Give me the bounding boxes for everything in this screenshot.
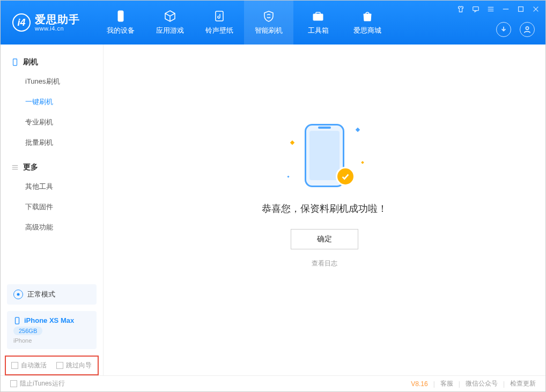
- bag-icon: [361, 10, 374, 23]
- sidebar-header-label: 更多: [23, 162, 38, 172]
- device-storage: 256GB: [13, 327, 42, 335]
- success-message: 恭喜您，保资料刷机成功啦！: [262, 202, 387, 215]
- minimize-button[interactable]: [501, 5, 510, 13]
- sidebar-header-flash: 刷机: [1, 53, 103, 71]
- sidebar-item-itunes-flash[interactable]: iTunes刷机: [1, 71, 103, 92]
- nav-label: 我的设备: [107, 26, 135, 35]
- svg-point-17: [17, 293, 20, 296]
- device-icon: [11, 58, 19, 66]
- app-logo: i4 爱思助手 www.i4.cn: [12, 13, 80, 32]
- mode-label: 正常模式: [27, 290, 55, 299]
- update-link[interactable]: 检查更新: [510, 379, 536, 388]
- sidebar-item-download-firmware[interactable]: 下载固件: [1, 197, 103, 217]
- phone-icon: [13, 317, 21, 324]
- device-type: iPhone: [13, 337, 90, 344]
- svg-rect-13: [13, 59, 17, 65]
- nav-ringtones-wallpapers[interactable]: 铃声壁纸: [195, 1, 244, 45]
- svg-rect-4: [473, 7, 479, 11]
- music-file-icon: [213, 10, 226, 23]
- nav-my-device[interactable]: 我的设备: [96, 1, 145, 45]
- mode-icon: [13, 290, 23, 299]
- user-icon[interactable]: [520, 22, 535, 37]
- nav-toolbox[interactable]: 工具箱: [293, 1, 343, 45]
- sidebar-item-onekey-flash[interactable]: 一键刷机: [1, 92, 103, 112]
- app-title: 爱思助手: [35, 13, 80, 25]
- close-button[interactable]: [532, 5, 540, 13]
- cube-icon: [164, 10, 176, 23]
- toolbox-icon: [312, 10, 324, 23]
- device-name: iPhone XS Max: [24, 316, 74, 324]
- title-bar: i4 爱思助手 www.i4.cn 我的设备 应用游戏 铃声壁纸 智能刷机 工具…: [1, 1, 545, 45]
- sidebar-item-batch-flash[interactable]: 批量刷机: [1, 132, 103, 153]
- wechat-link[interactable]: 微信公众号: [466, 379, 498, 388]
- logo-icon: i4: [12, 13, 31, 32]
- list-icon: [11, 164, 19, 171]
- view-log-link[interactable]: 查看日志: [312, 259, 337, 268]
- main-content: 恭喜您，保资料刷机成功啦！ 确定 查看日志: [104, 45, 545, 375]
- nav-label: 爱思商城: [353, 26, 381, 35]
- highlighted-options: 自动激活 跳过向导: [5, 356, 99, 375]
- sidebar-header-label: 刷机: [23, 57, 38, 67]
- status-bar: 阻止iTunes运行 V8.16 | 客服 | 微信公众号 | 检查更新: [1, 375, 545, 391]
- shirt-icon[interactable]: [456, 5, 465, 13]
- phone-icon: [114, 10, 127, 23]
- sidebar: 刷机 iTunes刷机 一键刷机 专业刷机 批量刷机 更多 其他工具 下载固件 …: [1, 45, 104, 375]
- checkbox-icon: [10, 380, 17, 387]
- sidebar-item-other-tools[interactable]: 其他工具: [1, 176, 103, 197]
- ok-button[interactable]: 确定: [291, 229, 358, 249]
- svg-point-12: [526, 27, 528, 29]
- window-controls: [456, 5, 540, 13]
- success-illustration: [284, 120, 365, 189]
- sidebar-header-more: 更多: [1, 158, 103, 176]
- checkbox-block-itunes[interactable]: 阻止iTunes运行: [10, 379, 65, 388]
- svg-rect-9: [519, 7, 523, 12]
- checkbox-label: 自动激活: [21, 361, 47, 370]
- refresh-shield-icon: [262, 10, 275, 23]
- checkbox-label: 阻止iTunes运行: [20, 379, 65, 388]
- mode-box[interactable]: 正常模式: [7, 284, 97, 305]
- svg-rect-18: [16, 317, 19, 323]
- success-check-icon: [336, 167, 355, 186]
- checkbox-auto-activate[interactable]: 自动激活: [11, 361, 47, 370]
- nav-store[interactable]: 爱思商城: [343, 1, 392, 45]
- download-icon[interactable]: [496, 22, 511, 37]
- checkbox-icon: [56, 362, 63, 369]
- checkbox-label: 跳过向导: [66, 361, 92, 370]
- nav-smart-flash[interactable]: 智能刷机: [244, 1, 293, 45]
- app-subtitle: www.i4.cn: [35, 25, 80, 32]
- checkbox-skip-guide[interactable]: 跳过向导: [56, 361, 92, 370]
- nav-label: 工具箱: [308, 26, 329, 35]
- version-label: V8.16: [411, 380, 427, 388]
- nav-label: 铃声壁纸: [205, 26, 233, 35]
- svg-rect-0: [118, 11, 123, 21]
- svg-rect-1: [216, 11, 223, 21]
- svg-rect-2: [313, 14, 323, 20]
- support-link[interactable]: 客服: [440, 379, 453, 388]
- main-nav: 我的设备 应用游戏 铃声壁纸 智能刷机 工具箱 爱思商城: [96, 1, 392, 45]
- checkbox-icon: [11, 362, 18, 369]
- device-box[interactable]: iPhone XS Max 256GB iPhone: [7, 311, 97, 349]
- nav-label: 应用游戏: [156, 26, 184, 35]
- menu-icon[interactable]: [486, 5, 495, 13]
- sidebar-item-pro-flash[interactable]: 专业刷机: [1, 112, 103, 132]
- sidebar-item-advanced[interactable]: 高级功能: [1, 217, 103, 238]
- svg-rect-3: [316, 12, 320, 14]
- feedback-icon[interactable]: [471, 5, 480, 13]
- maximize-button[interactable]: [517, 5, 525, 13]
- nav-label: 智能刷机: [255, 26, 283, 35]
- nav-apps-games[interactable]: 应用游戏: [145, 1, 195, 45]
